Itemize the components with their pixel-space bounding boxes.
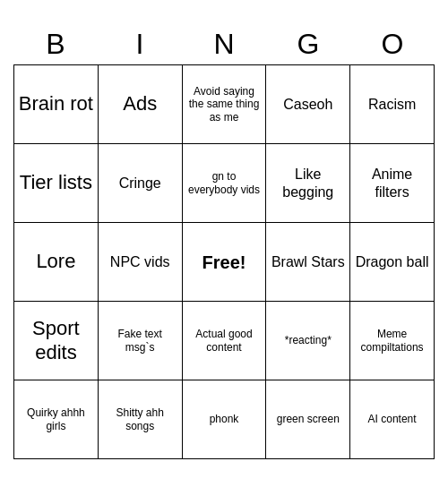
bingo-cell-9[interactable]: Anime filters — [350, 144, 435, 223]
bingo-cell-6[interactable]: Cringe — [99, 144, 183, 223]
header-n: N — [182, 28, 266, 61]
bingo-cell-24[interactable]: AI content — [350, 380, 435, 459]
bingo-cell-3[interactable]: Caseoh — [266, 65, 350, 144]
bingo-cell-12[interactable]: Free! — [183, 223, 267, 302]
bingo-cell-0[interactable]: Brain rot — [14, 65, 99, 144]
bingo-cell-21[interactable]: Shitty ahh songs — [99, 380, 183, 459]
bingo-cell-1[interactable]: Ads — [99, 65, 183, 144]
bingo-cell-23[interactable]: green screen — [266, 380, 350, 459]
bingo-cell-13[interactable]: Brawl Stars — [266, 223, 350, 302]
bingo-cell-17[interactable]: Actual good content — [183, 302, 267, 380]
header-b: B — [13, 28, 98, 61]
bingo-cell-19[interactable]: Meme compiltations — [350, 302, 435, 380]
bingo-cell-16[interactable]: Fake text msg`s — [99, 302, 183, 380]
bingo-cell-20[interactable]: Quirky ahhh girls — [14, 380, 99, 459]
header-i: I — [98, 28, 182, 61]
bingo-card: B I N G O Brain rotAdsAvoid saying the s… — [13, 28, 435, 459]
bingo-cell-11[interactable]: NPC vids — [99, 223, 183, 302]
header-g: G — [266, 28, 350, 61]
header-o: O — [350, 28, 435, 61]
bingo-grid: Brain rotAdsAvoid saying the same thing … — [13, 64, 435, 459]
bingo-header: B I N G O — [13, 28, 435, 61]
bingo-cell-14[interactable]: Dragon ball — [350, 223, 435, 302]
bingo-cell-7[interactable]: gn to everybody vids — [183, 144, 267, 223]
bingo-cell-2[interactable]: Avoid saying the same thing as me — [183, 65, 267, 144]
bingo-cell-8[interactable]: Like begging — [266, 144, 350, 223]
bingo-cell-10[interactable]: Lore — [14, 223, 99, 302]
bingo-cell-15[interactable]: Sport edits — [14, 302, 99, 380]
bingo-cell-5[interactable]: Tier lists — [14, 144, 99, 223]
bingo-cell-18[interactable]: *reacting* — [266, 302, 350, 380]
bingo-cell-4[interactable]: Racism — [350, 65, 435, 144]
bingo-cell-22[interactable]: phonk — [183, 380, 267, 459]
